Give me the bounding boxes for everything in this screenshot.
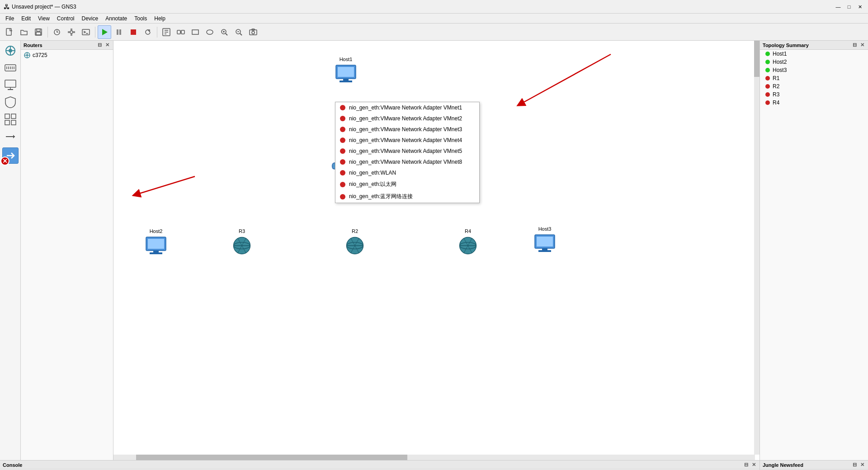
ctx-item-vmnet1[interactable]: nio_gen_eth:VMware Network Adapter VMnet… <box>335 102 479 113</box>
minimize-button[interactable]: — <box>834 2 843 11</box>
menu-tools[interactable]: Tools <box>131 14 151 23</box>
menu-edit[interactable]: Edit <box>18 14 34 23</box>
browse-routers-button[interactable] <box>2 43 19 59</box>
stop-button[interactable] <box>127 25 140 39</box>
svg-rect-49 <box>8 89 13 90</box>
sep2 <box>95 27 95 38</box>
ctx-dot <box>340 194 345 199</box>
open-button[interactable] <box>17 25 31 39</box>
reload-button[interactable] <box>141 25 155 39</box>
preferences-button[interactable] <box>65 25 78 39</box>
svg-rect-66 <box>340 81 352 82</box>
menu-help[interactable]: Help <box>151 14 169 23</box>
ctx-dot <box>340 116 345 121</box>
topology-item-r4[interactable]: R4 <box>760 99 868 107</box>
svg-rect-53 <box>11 120 16 125</box>
svg-rect-7 <box>68 31 70 33</box>
panel-close-button[interactable]: ✕ <box>104 42 110 48</box>
topology-label-r4: R4 <box>773 100 779 106</box>
node-icon-r3 <box>231 235 253 256</box>
ctx-item-vmnet2[interactable]: nio_gen_eth:VMware Network Adapter VMnet… <box>335 113 479 124</box>
jungle-panel: Jungle Newsfeed ⊟ ✕ G GNS3 Jungle THE <box>760 461 868 470</box>
node-host3[interactable]: Host3 <box>534 226 556 254</box>
menu-file[interactable]: File <box>2 14 18 23</box>
ctx-label-vmnet5: nio_gen_eth:VMware Network Adapter VMnet… <box>349 148 462 154</box>
canvas-area[interactable]: Host1 Host2 <box>113 41 760 460</box>
jungle-close-button[interactable]: ✕ <box>859 462 865 468</box>
topology-item-host3[interactable]: Host3 <box>760 66 868 74</box>
svg-point-36 <box>9 49 12 52</box>
node-host2[interactable]: Host2 <box>145 228 167 256</box>
browse-switches-button[interactable] <box>2 60 19 76</box>
status-dot-r4 <box>765 100 770 105</box>
topology-item-r2[interactable]: R2 <box>760 82 868 90</box>
node-r3[interactable]: R3 <box>231 228 253 256</box>
new-button[interactable] <box>3 25 16 39</box>
ctx-item-vmnet4[interactable]: nio_gen_eth:VMware Network Adapter VMnet… <box>335 135 479 146</box>
edit-node-button[interactable] <box>160 25 173 39</box>
main-area: ✕ Routers ⊟ ✕ c3725 Host1 <box>0 41 868 460</box>
node-host1[interactable]: Host1 <box>335 57 357 85</box>
menu-annotate[interactable]: Annotate <box>102 14 131 23</box>
menu-control[interactable]: Control <box>53 14 78 23</box>
canvas-hscroll-thumb[interactable] <box>136 455 407 460</box>
browse-end-devices-button[interactable] <box>2 77 19 93</box>
device-item-c3725[interactable]: c3725 <box>21 51 113 60</box>
node-r2[interactable]: R2 <box>344 228 366 256</box>
run-button[interactable] <box>98 25 111 39</box>
ctx-item-vmnet3[interactable]: nio_gen_eth:VMware Network Adapter VMnet… <box>335 124 479 135</box>
zoom-out-button[interactable] <box>232 25 245 39</box>
browse-all-devices-button[interactable] <box>2 111 19 128</box>
status-dot-host3 <box>765 68 770 72</box>
panel-float-button[interactable]: ⊟ <box>97 42 103 48</box>
ctx-item-vmnet8[interactable]: nio_gen_eth:VMware Network Adapter VMnet… <box>335 157 479 167</box>
topology-item-host1[interactable]: Host1 <box>760 50 868 58</box>
add-link-button[interactable] <box>174 25 188 39</box>
node-label-r4: R4 <box>465 228 471 234</box>
status-dot-r3 <box>765 92 770 97</box>
close-button[interactable]: ✕ <box>855 2 864 11</box>
node-icon-host3 <box>534 233 556 254</box>
draw-rect-button[interactable] <box>189 25 202 39</box>
device-panel-title: Routers <box>24 43 42 48</box>
add-link-side-button[interactable] <box>2 128 19 145</box>
topology-float-button[interactable]: ⊟ <box>852 42 858 48</box>
topology-close-button[interactable]: ✕ <box>859 42 865 48</box>
menu-device[interactable]: Device <box>78 14 102 23</box>
snapshot-button[interactable] <box>50 25 64 39</box>
console-float-button[interactable]: ⊟ <box>743 462 749 468</box>
ctx-item-vmnet5[interactable]: nio_gen_eth:VMware Network Adapter VMnet… <box>335 146 479 157</box>
console-close-button[interactable]: ✕ <box>751 462 757 468</box>
browse-security-devices-button[interactable] <box>2 94 19 110</box>
ctx-label-bluetooth: nio_gen_eth:蓝牙网络连接 <box>349 193 413 200</box>
topology-item-r1[interactable]: R1 <box>760 74 868 82</box>
save-button[interactable] <box>32 25 45 39</box>
svg-rect-89 <box>537 237 553 247</box>
maximize-button[interactable]: □ <box>844 2 854 11</box>
menu-view[interactable]: View <box>34 14 53 23</box>
canvas-vscroll-thumb[interactable] <box>754 41 760 77</box>
svg-rect-51 <box>11 114 16 119</box>
pause-button[interactable] <box>112 25 126 39</box>
node-r4[interactable]: R4 <box>457 228 479 256</box>
ctx-item-wlan[interactable]: nio_gen_eth:WLAN <box>335 167 479 178</box>
canvas-vertical-scrollbar[interactable] <box>754 41 760 455</box>
topology-item-r3[interactable]: R3 <box>760 90 868 99</box>
screenshot-button[interactable] <box>246 25 260 39</box>
svg-rect-6 <box>71 34 72 36</box>
ctx-item-ethernet[interactable]: nio_gen_eth:以太网 <box>335 178 479 190</box>
ctx-label-vmnet3: nio_gen_eth:VMware Network Adapter VMnet… <box>349 126 462 133</box>
ctx-label-wlan: nio_gen_eth:WLAN <box>349 170 396 176</box>
zoom-in-button[interactable] <box>217 25 231 39</box>
topology-item-host2[interactable]: Host2 <box>760 58 868 66</box>
terminal-button[interactable] <box>79 25 93 39</box>
active-tool-container: ✕ <box>2 147 19 164</box>
canvas-horizontal-scrollbar[interactable] <box>113 455 755 460</box>
jungle-float-button[interactable]: ⊟ <box>852 462 858 468</box>
draw-ellipse-button[interactable] <box>203 25 217 39</box>
red-arrow-2 <box>132 167 204 204</box>
ctx-item-bluetooth[interactable]: nio_gen_eth:蓝牙网络连接 <box>335 190 479 203</box>
svg-rect-5 <box>71 28 72 30</box>
svg-rect-21 <box>181 30 184 34</box>
node-label-r3: R3 <box>239 228 245 234</box>
